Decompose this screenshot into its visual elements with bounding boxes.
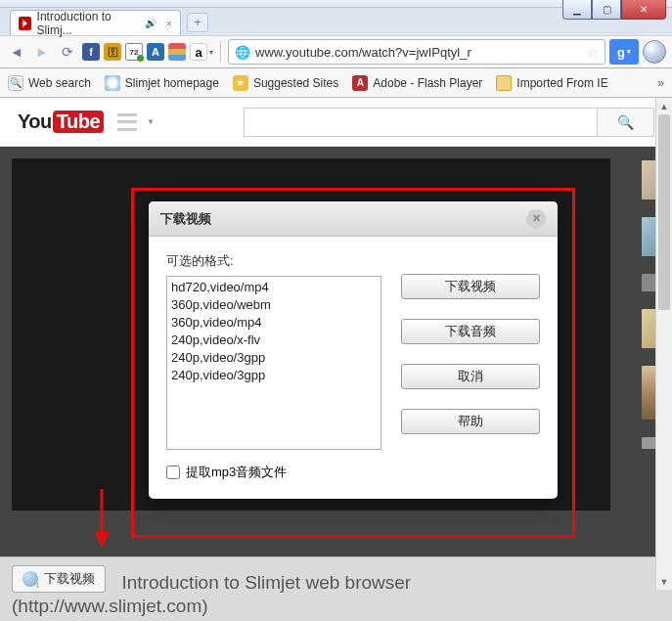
status-text-line1: Introduction to Slimjet web browser bbox=[121, 572, 411, 593]
bookmark-star-icon[interactable]: ☆ bbox=[587, 45, 599, 60]
scroll-thumb[interactable] bbox=[658, 114, 670, 310]
facebook-icon[interactable]: f bbox=[82, 43, 100, 61]
menu-dropdown-icon: ▼ bbox=[147, 117, 155, 126]
search-engine-dropdown-icon: ▾ bbox=[627, 48, 631, 56]
key-icon[interactable]: ⚿ bbox=[104, 43, 121, 61]
address-bar[interactable]: 🌐 www.youtube.com/watch?v=jwIPqtyl_r ☆ bbox=[228, 39, 605, 65]
amazon-dropdown-icon[interactable]: ▾ bbox=[209, 48, 213, 57]
logo-tube: Tube bbox=[53, 111, 104, 133]
dialog-title-text: 下载视频 bbox=[160, 210, 211, 228]
youtube-search: 🔍 bbox=[244, 108, 654, 137]
format-option[interactable]: hd720,video/mp4 bbox=[171, 279, 377, 296]
scroll-track[interactable] bbox=[656, 114, 672, 573]
counter-icon[interactable]: 72 bbox=[125, 43, 143, 61]
format-option[interactable]: 240p,video/x-flv bbox=[171, 332, 377, 349]
bookmark-web-search[interactable]: 🔍 Web search bbox=[8, 75, 91, 91]
download-video-chip[interactable]: 下载视频 bbox=[12, 565, 106, 593]
slimjet-icon bbox=[105, 75, 120, 91]
status-text-line2: (http://www.slimjet.com) bbox=[12, 596, 660, 617]
bookmarks-bar: 🔍 Web search Slimjet homepage ★ Suggeste… bbox=[0, 68, 672, 98]
youtube-logo[interactable]: You Tube bbox=[18, 111, 104, 133]
bookmark-suggested-sites[interactable]: ★ Suggested Sites bbox=[233, 75, 338, 91]
reload-button[interactable]: ⟳ bbox=[57, 41, 78, 63]
logo-you: You bbox=[18, 111, 52, 133]
window-controls: ▁ ▢ ✕ bbox=[562, 0, 666, 20]
youtube-search-input[interactable] bbox=[244, 108, 598, 137]
download-video-button[interactable]: 下载视频 bbox=[401, 274, 540, 299]
back-button[interactable]: ◄ bbox=[6, 41, 27, 63]
bookmark-imported-ie[interactable]: Imported From IE bbox=[496, 75, 607, 91]
format-option[interactable]: 360p,video/webm bbox=[171, 296, 377, 314]
format-option[interactable]: 360p,video/mp4 bbox=[171, 314, 377, 332]
bookmark-label: Suggested Sites bbox=[253, 76, 338, 90]
youtube-search-button[interactable]: 🔍 bbox=[598, 108, 654, 137]
dialog-right-column: 下载视频 下载音频 取消 帮助 bbox=[401, 252, 540, 481]
a-icon[interactable]: A bbox=[147, 43, 164, 61]
amazon-icon[interactable]: a bbox=[190, 43, 207, 61]
folder-icon bbox=[496, 75, 512, 91]
dialog-close-button[interactable]: ✕ bbox=[526, 209, 546, 229]
svg-marker-1 bbox=[94, 532, 110, 548]
scroll-down-icon[interactable]: ▼ bbox=[656, 573, 672, 590]
browser-tab[interactable]: Introduction to Slimj... 🔊 × bbox=[10, 10, 181, 35]
search-engine-label: g bbox=[617, 45, 625, 60]
download-icon bbox=[22, 571, 38, 587]
extract-mp3-row[interactable]: 提取mp3音频文件 bbox=[166, 464, 383, 481]
globe-icon: 🌐 bbox=[235, 45, 250, 60]
dialog-left-column: 可选的格式: hd720,video/mp4 360p,video/webm 3… bbox=[166, 252, 383, 481]
new-tab-button[interactable]: + bbox=[187, 13, 208, 32]
youtube-favicon-icon bbox=[19, 17, 31, 30]
status-bar: 下载视频 Introduction to Slimjet web browser… bbox=[0, 556, 672, 621]
hamburger-icon[interactable] bbox=[117, 113, 137, 131]
cancel-button[interactable]: 取消 bbox=[401, 364, 540, 389]
adobe-icon: A bbox=[352, 75, 368, 91]
dialog-body: 可选的格式: hd720,video/mp4 360p,video/webm 3… bbox=[149, 237, 558, 499]
annotation-arrow-icon bbox=[92, 489, 112, 548]
search-engine-button[interactable]: g ▾ bbox=[609, 39, 639, 65]
separator bbox=[220, 41, 221, 63]
bookmark-adobe-flash[interactable]: A Adobe - Flash Player bbox=[352, 75, 482, 91]
forward-button[interactable]: ► bbox=[31, 41, 53, 63]
url-text: www.youtube.com/watch?v=jwIPqtyl_r bbox=[255, 45, 471, 60]
browser-toolbar: ◄ ► ⟳ f ⚿ 72 A a ▾ 🌐 www.youtube.com/wat… bbox=[0, 35, 672, 68]
extract-mp3-checkbox[interactable] bbox=[166, 466, 180, 479]
tab-title: Introduction to Slimj... bbox=[37, 10, 139, 37]
search-icon: 🔍 bbox=[8, 75, 23, 91]
format-option[interactable]: 240p,video/3gpp bbox=[171, 367, 377, 384]
star-icon: ★ bbox=[233, 75, 248, 91]
bookmarks-overflow-button[interactable]: » bbox=[657, 76, 664, 90]
extract-mp3-label: 提取mp3音频文件 bbox=[186, 464, 287, 481]
download-video-dialog: 下载视频 ✕ 可选的格式: hd720,video/mp4 360p,video… bbox=[149, 201, 558, 499]
tab-close-button[interactable]: × bbox=[166, 18, 172, 29]
vertical-scrollbar[interactable]: ▲ ▼ bbox=[655, 98, 672, 590]
window-close-button[interactable]: ✕ bbox=[621, 0, 666, 20]
format-option[interactable]: 240p,video/3gpp bbox=[171, 349, 377, 367]
scroll-up-icon[interactable]: ▲ bbox=[656, 98, 672, 114]
help-button[interactable]: 帮助 bbox=[401, 409, 540, 434]
color-bands-icon[interactable] bbox=[168, 43, 186, 61]
chip-label: 下载视频 bbox=[44, 570, 95, 588]
bookmark-label: Slimjet homepage bbox=[125, 76, 219, 90]
slimjet-menu-button[interactable] bbox=[643, 40, 666, 64]
formats-listbox[interactable]: hd720,video/mp4 360p,video/webm 360p,vid… bbox=[166, 276, 381, 450]
formats-label: 可选的格式: bbox=[166, 252, 383, 270]
bookmark-label: Web search bbox=[28, 76, 91, 90]
window-maximize-button[interactable]: ▢ bbox=[592, 0, 621, 20]
bookmark-label: Imported From IE bbox=[516, 76, 607, 90]
window-minimize-button[interactable]: ▁ bbox=[562, 0, 592, 20]
download-audio-button[interactable]: 下载音频 bbox=[401, 319, 540, 344]
bookmark-slimjet-homepage[interactable]: Slimjet homepage bbox=[105, 75, 219, 91]
dialog-titlebar[interactable]: 下载视频 ✕ bbox=[149, 201, 558, 237]
youtube-header: You Tube ▼ 🔍 bbox=[0, 98, 672, 147]
tab-audio-icon[interactable]: 🔊 bbox=[145, 18, 157, 28]
bookmark-label: Adobe - Flash Player bbox=[373, 76, 482, 90]
